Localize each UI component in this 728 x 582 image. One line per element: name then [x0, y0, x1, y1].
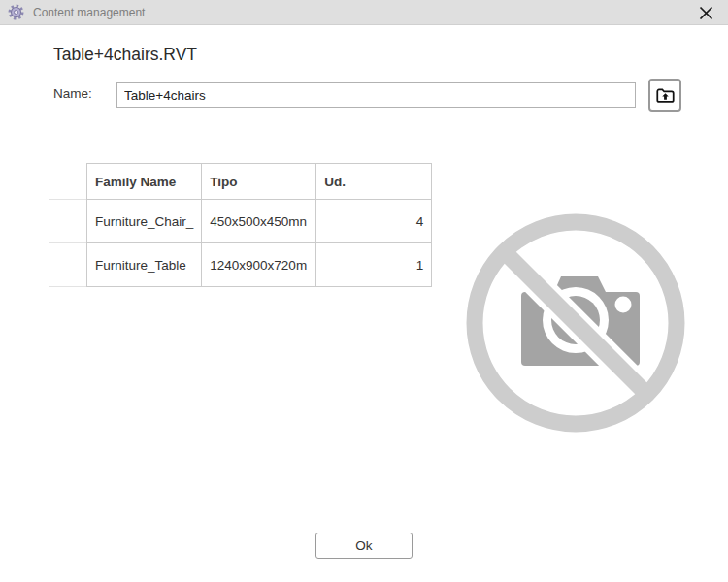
- name-label: Name:: [53, 86, 92, 101]
- cell-ud[interactable]: 4: [316, 200, 432, 243]
- file-title: Table+4chairs.RVT: [53, 45, 197, 65]
- cell-family-name[interactable]: Furniture_Chair_: [87, 200, 202, 243]
- column-header-ud[interactable]: Ud.: [316, 164, 432, 200]
- column-header-family-name[interactable]: Family Name: [87, 164, 202, 200]
- no-image-camera-icon: [463, 210, 688, 436]
- content-management-dialog: Content management Table+4chairs.RVT Nam…: [0, 0, 728, 582]
- row-header[interactable]: [49, 243, 86, 287]
- families-grid: Family Name Tipo Ud. Furniture_Chair_ 45…: [86, 163, 432, 287]
- column-header-tipo[interactable]: Tipo: [202, 164, 316, 200]
- export-folder-button[interactable]: [648, 79, 681, 112]
- close-button[interactable]: [691, 2, 720, 24]
- name-input[interactable]: [116, 82, 636, 108]
- window-title: Content management: [33, 6, 145, 19]
- cell-family-name[interactable]: Furniture_Table: [87, 243, 202, 287]
- table-row[interactable]: Furniture_Chair_ 450x500x450mn 4: [87, 200, 432, 243]
- cell-tipo[interactable]: 1240x900x720m: [202, 243, 316, 287]
- ok-button[interactable]: Ok: [315, 533, 413, 559]
- grid-header-row: Family Name Tipo Ud.: [87, 164, 432, 200]
- cell-ud[interactable]: 1: [316, 243, 432, 287]
- gear-icon: [8, 4, 24, 20]
- cell-tipo[interactable]: 450x500x450mn: [202, 200, 316, 243]
- table-row[interactable]: Furniture_Table 1240x900x720m 1: [87, 243, 432, 287]
- row-header[interactable]: [49, 200, 86, 243]
- close-icon: [699, 6, 713, 20]
- titlebar: Content management: [0, 0, 728, 25]
- folder-upload-icon: [655, 85, 676, 106]
- grid-row-header-gutter: [49, 199, 86, 287]
